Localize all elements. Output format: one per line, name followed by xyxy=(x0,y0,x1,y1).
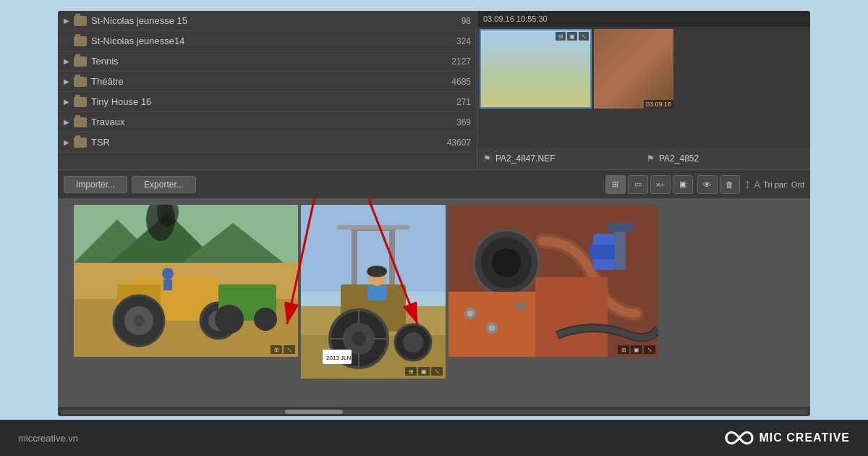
gallery-area: ⊞ ⤡ xyxy=(58,199,810,406)
file-name-2: PA2_4852 xyxy=(659,153,699,164)
flag-icon-2: ⚑ xyxy=(647,153,655,164)
svg-point-20 xyxy=(133,315,145,326)
file-name-1: PA2_4847.NEF xyxy=(495,153,556,164)
folder-count: 369 xyxy=(435,117,471,127)
thumb-icon-grid: ⊞ xyxy=(271,345,282,354)
folder-item-travaux[interactable]: ▶ Travaux 369 xyxy=(58,112,477,132)
thumb-icon-rect: ▣ xyxy=(418,367,430,376)
svg-point-55 xyxy=(489,325,495,331)
folder-icon xyxy=(74,117,87,127)
brand-logo-icon xyxy=(725,429,754,447)
toolbar: Importer... Exporter... ⊞ ▭ ×÷ ▣ 👁 🗑 ↕ A… xyxy=(58,170,810,199)
folder-name: St-Nicolas jeunesse 15 xyxy=(91,15,435,26)
az-icon: A xyxy=(754,179,760,190)
folder-icon xyxy=(74,97,87,107)
thumb-1-icons: ⊞ ⤡ xyxy=(271,345,295,354)
folder-item-tinyhouse[interactable]: ▶ Tiny House 16 271 xyxy=(58,92,477,112)
top-section: ▶ St-Nicolas jeunesse 15 98 St-Nicolas j… xyxy=(58,11,810,170)
tractor-image-2: 2013 JLN xyxy=(301,205,446,379)
expand-arrow: ▶ xyxy=(64,98,74,106)
folder-item-tennis[interactable]: ▶ Tennis 2127 xyxy=(58,51,477,72)
folder-count: 43607 xyxy=(435,138,471,148)
timestamp-text: 03.09.16 10:55:30 xyxy=(483,14,548,23)
sort-label: Tri par: xyxy=(763,180,788,189)
filter-button[interactable]: 👁 xyxy=(697,175,718,194)
corner-icon-2: ▣ xyxy=(567,32,577,41)
svg-point-56 xyxy=(516,302,525,311)
thumb-icon-expand2: ⤡ xyxy=(431,367,443,376)
folder-icon xyxy=(74,77,87,87)
folder-item-stnicolas14[interactable]: St-Nicolas jeunesse14 324 xyxy=(58,31,477,51)
folder-name: Tennis xyxy=(91,56,435,67)
folder-item-stnicolas15[interactable]: ▶ St-Nicolas jeunesse 15 98 xyxy=(58,11,477,31)
folder-count: 271 xyxy=(435,97,471,107)
file-info-right: ⚑ PA2_4852 xyxy=(647,153,804,164)
scrollbar-thumb[interactable] xyxy=(285,410,343,414)
gallery-thumb-2[interactable]: 2013 JLN ⊞ ▣ ⤡ xyxy=(301,205,446,379)
action-icon-group: 👁 🗑 xyxy=(697,175,740,194)
brand-right: MIC CREATIVE xyxy=(725,429,850,447)
view-single-button[interactable]: ▭ xyxy=(628,175,648,194)
expand-arrow: ▶ xyxy=(64,118,74,126)
folder-name: Théâtre xyxy=(91,76,435,87)
expand-arrow: ▶ xyxy=(64,17,74,25)
svg-rect-28 xyxy=(337,225,409,229)
view-survey-button[interactable]: ▣ xyxy=(673,175,693,194)
import-button[interactable]: Importer... xyxy=(64,176,127,193)
thumb-corner-icons: ⊞ ▣ ⤡ xyxy=(556,32,589,41)
folder-item-theatre[interactable]: ▶ Théâtre 4685 xyxy=(58,72,477,92)
folder-count: 2127 xyxy=(435,56,471,67)
gallery-container: ⊞ xyxy=(58,199,810,406)
folder-name: Travaux xyxy=(91,117,435,127)
scrollbar-track[interactable] xyxy=(61,410,807,414)
folder-icon xyxy=(74,56,87,67)
folder-count: 98 xyxy=(435,16,471,26)
svg-rect-58 xyxy=(608,223,633,232)
folder-item-tsr[interactable]: ▶ TSR 43607 xyxy=(58,132,477,153)
gallery-thumb-3[interactable]: ⊞ ▣ ⤡ xyxy=(448,205,658,357)
gallery-thumb-1[interactable]: ⊞ ⤡ xyxy=(74,205,298,357)
corner-icon-3: ⤡ xyxy=(579,32,589,41)
svg-point-17 xyxy=(254,308,277,331)
svg-point-33 xyxy=(403,332,423,352)
svg-point-47 xyxy=(492,248,521,277)
svg-point-16 xyxy=(215,305,244,334)
brand-url: miccreative.vn xyxy=(18,433,78,444)
file-info-left: ⚑ PA2_4847.NEF xyxy=(483,153,641,164)
right-thumb-1[interactable]: ⊞ ▣ ⤡ xyxy=(480,29,592,109)
file-info-bar: ⚑ PA2_4847.NEF ⚑ PA2_4852 xyxy=(477,148,810,169)
folder-icon xyxy=(74,138,87,148)
thumb-3-icons: ⊞ ▣ ⤡ xyxy=(618,345,655,354)
folder-count: 324 xyxy=(435,36,471,46)
svg-rect-49 xyxy=(590,245,618,259)
view-grid-button[interactable]: ⊞ xyxy=(605,175,626,194)
sidebar: ▶ St-Nicolas jeunesse 15 98 St-Nicolas j… xyxy=(58,11,477,169)
folder-icon xyxy=(74,16,87,26)
expand-arrow: ▶ xyxy=(64,138,74,146)
delete-button[interactable]: 🗑 xyxy=(720,175,740,194)
view-compare-button[interactable]: ×÷ xyxy=(650,175,671,194)
svg-rect-57 xyxy=(615,227,626,270)
sort-group: ↕ A Tri par: Ord xyxy=(744,177,804,192)
tractor-image-1 xyxy=(74,205,298,357)
scrollbar xyxy=(58,406,810,416)
svg-rect-35 xyxy=(367,286,386,300)
expand-arrow: ▶ xyxy=(64,77,74,85)
folder-count: 4685 xyxy=(435,77,471,87)
folder-name: Tiny House 16 xyxy=(91,96,435,107)
svg-point-36 xyxy=(367,266,387,277)
svg-rect-51 xyxy=(535,277,608,357)
thumb-icon-grid3: ⊞ xyxy=(618,345,629,354)
view-toggle-group: ⊞ ▭ ×÷ ▣ xyxy=(605,175,693,194)
svg-point-18 xyxy=(162,268,174,279)
thumb-2-icons: ⊞ ▣ ⤡ xyxy=(405,367,443,376)
thumb-icon-expand3: ⤡ xyxy=(644,345,655,354)
svg-rect-19 xyxy=(163,279,172,290)
right-thumb-2[interactable]: 03.09.16 xyxy=(594,29,673,109)
tractor-image-3 xyxy=(448,205,658,357)
folder-name: St-Nicolas jeunesse14 xyxy=(91,35,435,46)
export-button[interactable]: Exporter... xyxy=(132,176,196,193)
timestamp-bar: 03.09.16 10:55:30 xyxy=(477,11,810,27)
thumb-icon-expand: ⤡ xyxy=(284,345,295,354)
sort-value: Ord xyxy=(791,180,804,189)
